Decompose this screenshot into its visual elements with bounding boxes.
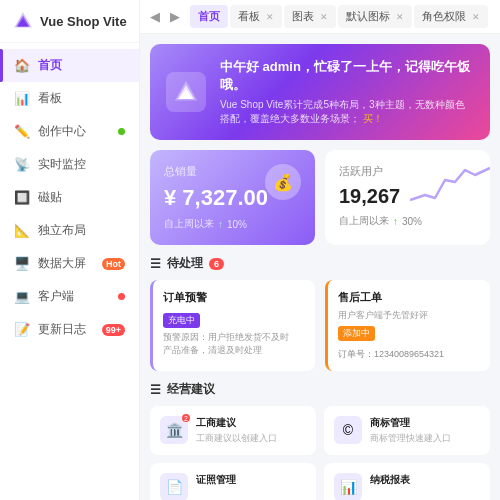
suggestion-text-0: 工商建议 工商建议以创建入口 <box>196 416 277 445</box>
nav-label-8: 更新日志 <box>38 321 86 338</box>
sales-icon: 💰 <box>265 164 301 200</box>
pending-tag-charge: 充电中 <box>163 313 200 328</box>
tab-4[interactable]: 角色权限✕ <box>414 5 488 28</box>
sidebar-item-8[interactable]: 📝 更新日志99+ <box>0 313 139 346</box>
suggestion-icon-0: 🏛️2 <box>160 416 188 444</box>
forward-icon[interactable]: ▶ <box>170 9 180 24</box>
tab-close-2[interactable]: ✕ <box>320 12 328 22</box>
sidebar-item-7[interactable]: 💻 客户端 <box>0 280 139 313</box>
sidebar-logo: Vue Shop Vite <box>0 0 139 43</box>
active-users-card: 活跃用户 19,267 自上周以来 ↑ 30% <box>325 150 490 245</box>
suggestion-text-1: 商标管理 商标管理快速建入口 <box>370 416 451 445</box>
sidebar-nav: 🏠 首页📊 看板✏️ 创作中心📡 实时监控🔲 磁贴📐 独立布局🖥️ 数据大屏Ho… <box>0 43 139 500</box>
tab-label-1: 看板 <box>238 9 260 24</box>
suggestion-desc-1: 商标管理快速建入口 <box>370 432 451 445</box>
suggestion-icon-1: ©️ <box>334 416 362 444</box>
welcome-logo-icon <box>166 72 206 112</box>
pending-order-number: 订单号：12340089654321 <box>338 348 480 361</box>
sidebar-item-0[interactable]: 🏠 首页 <box>0 49 139 82</box>
nav-badge-6: Hot <box>102 258 125 270</box>
sidebar-item-1[interactable]: 📊 看板 <box>0 82 139 115</box>
tab-close-1[interactable]: ✕ <box>266 12 274 22</box>
content-area: 中午好 admin，忙碌了一上午，记得吃午饭哦。 Vue Shop Vite累计… <box>140 34 500 500</box>
tab-label-2: 图表 <box>292 9 314 24</box>
tab-3[interactable]: 默认图标✕ <box>338 5 412 28</box>
suggestion-title-2: 证照管理 <box>196 473 236 487</box>
pending-order-sub: 产品准备，清退及时处理 <box>163 344 305 357</box>
main-area: ◀ ▶ 首页看板✕图表✕默认图标✕角色权限✕新闻✕个人主✕ 中午好 admin，… <box>140 0 500 500</box>
welcome-link[interactable]: 买！ <box>363 113 383 124</box>
sales-trend-up: ↑ <box>218 219 223 230</box>
mini-chart <box>410 160 490 210</box>
sidebar-item-2[interactable]: ✏️ 创作中心 <box>0 115 139 148</box>
nav-icon-0: 🏠 <box>14 58 30 73</box>
suggestion-item-0[interactable]: 🏛️2 工商建议 工商建议以创建入口 <box>150 406 316 455</box>
sidebar-item-5[interactable]: 📐 独立布局 <box>0 214 139 247</box>
tab-label-0: 首页 <box>198 9 220 24</box>
suggestion-title-1: 商标管理 <box>370 416 451 430</box>
tab-close-4[interactable]: ✕ <box>472 12 480 22</box>
sales-card: 总销量 ¥ 7,327.00 自上周以来 ↑ 10% 💰 <box>150 150 315 245</box>
pending-card-order: 订单预警 充电中 预警原因：用户拒绝发货不及时 产品准备，清退及时处理 <box>150 280 315 371</box>
suggestion-text-3: 纳税报表 <box>370 473 410 489</box>
nav-badge-8: 99+ <box>102 324 125 336</box>
nav-icon-4: 🔲 <box>14 190 30 205</box>
nav-label-0: 首页 <box>38 57 62 74</box>
pending-card-after: 售后工单 用户客户端予先管好评 添加中 订单号：12340089654321 <box>325 280 490 371</box>
pending-badge: 6 <box>209 258 224 270</box>
suggestion-text-2: 证照管理 <box>196 473 236 489</box>
welcome-desc: Vue Shop Vite累计完成5种布局，3种主题，无数种颜色搭配，覆盖绝大多… <box>220 98 474 126</box>
notif-dot-0: 2 <box>182 414 190 422</box>
pending-title: ☰ 待处理 6 <box>150 255 490 272</box>
tab-close-3[interactable]: ✕ <box>396 12 404 22</box>
pending-after-title: 售后工单 <box>338 290 480 305</box>
nav-dot-2 <box>118 128 125 135</box>
back-icon[interactable]: ◀ <box>150 9 160 24</box>
welcome-banner: 中午好 admin，忙碌了一上午，记得吃午饭哦。 Vue Shop Vite累计… <box>150 44 490 140</box>
tab-0[interactable]: 首页 <box>190 5 228 28</box>
suggestions-section: ☰ 经营建议 🏛️2 工商建议 工商建议以创建入口 ©️ 商标管理 商标管理快速… <box>150 381 490 500</box>
suggestion-icon-3: 📊 <box>334 473 362 500</box>
suggestion-icon-2: 📄 <box>160 473 188 500</box>
nav-icon-8: 📝 <box>14 322 30 337</box>
suggestion-item-3[interactable]: 📊 纳税报表 <box>324 463 490 500</box>
tabs-bar: 首页看板✕图表✕默认图标✕角色权限✕新闻✕个人主✕ <box>190 5 490 28</box>
welcome-greeting: 中午好 admin，忙碌了一上午，记得吃午饭哦。 <box>220 58 474 94</box>
suggestion-title-0: 工商建议 <box>196 416 277 430</box>
tab-2[interactable]: 图表✕ <box>284 5 336 28</box>
stats-row: 总销量 ¥ 7,327.00 自上周以来 ↑ 10% 💰 活跃用户 19,267… <box>150 150 490 245</box>
sidebar-title: Vue Shop Vite <box>40 14 127 29</box>
nav-icon-5: 📐 <box>14 223 30 238</box>
sidebar: Vue Shop Vite 🏠 首页📊 看板✏️ 创作中心📡 实时监控🔲 磁贴📐… <box>0 0 140 500</box>
pending-order-desc: 预警原因：用户拒绝发货不及时 <box>163 331 305 344</box>
logo-icon <box>12 10 34 32</box>
suggestion-item-1[interactable]: ©️ 商标管理 商标管理快速建入口 <box>324 406 490 455</box>
topbar: ◀ ▶ 首页看板✕图表✕默认图标✕角色权限✕新闻✕个人主✕ <box>140 0 500 34</box>
pending-order-title: 订单预警 <box>163 290 305 305</box>
nav-dot-7 <box>118 293 125 300</box>
suggestions-title: ☰ 经营建议 <box>150 381 490 398</box>
tab-1[interactable]: 看板✕ <box>230 5 282 28</box>
sales-trend: 自上周以来 ↑ 10% <box>164 217 301 231</box>
nav-icon-1: 📊 <box>14 91 30 106</box>
suggestion-item-2[interactable]: 📄 证照管理 <box>150 463 316 500</box>
active-users-trend: 自上周以来 ↑ 30% <box>339 214 476 228</box>
nav-label-1: 看板 <box>38 90 62 107</box>
sidebar-item-4[interactable]: 🔲 磁贴 <box>0 181 139 214</box>
tab-label-3: 默认图标 <box>346 9 390 24</box>
nav-icon-7: 💻 <box>14 289 30 304</box>
nav-label-6: 数据大屏 <box>38 255 86 272</box>
sidebar-item-3[interactable]: 📡 实时监控 <box>0 148 139 181</box>
nav-label-5: 独立布局 <box>38 222 86 239</box>
suggestion-title-3: 纳税报表 <box>370 473 410 487</box>
sidebar-item-6[interactable]: 🖥️ 数据大屏Hot <box>0 247 139 280</box>
nav-icon-6: 🖥️ <box>14 256 30 271</box>
nav-label-4: 磁贴 <box>38 189 62 206</box>
welcome-text: 中午好 admin，忙碌了一上午，记得吃午饭哦。 Vue Shop Vite累计… <box>220 58 474 126</box>
suggestion-grid: 🏛️2 工商建议 工商建议以创建入口 ©️ 商标管理 商标管理快速建入口 📄 证… <box>150 406 490 500</box>
pending-tag-add: 添加中 <box>338 326 375 341</box>
pending-after-sub: 用户客户端予先管好评 <box>338 309 480 322</box>
active-users-trend-up: ↑ <box>393 216 398 227</box>
suggestion-desc-0: 工商建议以创建入口 <box>196 432 277 445</box>
pending-section: ☰ 待处理 6 订单预警 充电中 预警原因：用户拒绝发货不及时 产品准备，清退及… <box>150 255 490 371</box>
